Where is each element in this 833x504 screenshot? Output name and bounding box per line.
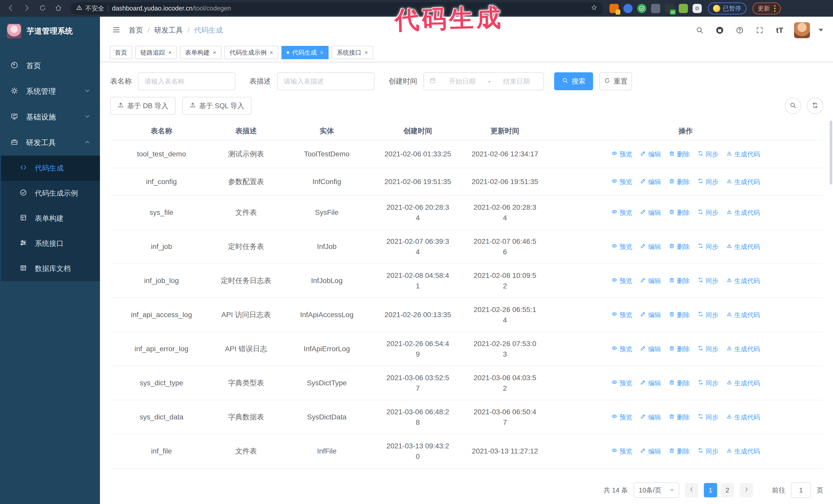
sidebar-subitem-数据库文档[interactable]: 数据库文档 bbox=[1, 256, 100, 281]
page-button-1[interactable]: 1 bbox=[704, 483, 717, 497]
github-icon[interactable] bbox=[714, 25, 725, 36]
action-同步[interactable]: 同步 bbox=[697, 412, 718, 422]
help-icon[interactable] bbox=[734, 25, 745, 36]
extension-dark-on[interactable]: on bbox=[665, 4, 674, 13]
action-编辑[interactable]: 编辑 bbox=[640, 276, 661, 285]
action-编辑[interactable]: 编辑 bbox=[640, 149, 661, 159]
action-生成代码[interactable]: 生成代码 bbox=[726, 344, 760, 354]
close-icon[interactable]: × bbox=[364, 49, 368, 56]
extension-blue-gem[interactable] bbox=[623, 4, 633, 13]
action-生成代码[interactable]: 生成代码 bbox=[726, 276, 760, 285]
fullscreen-icon[interactable] bbox=[754, 25, 765, 36]
table-desc-input[interactable] bbox=[277, 72, 375, 90]
action-生成代码[interactable]: 生成代码 bbox=[726, 412, 760, 422]
tab-系统接口[interactable]: 系统接口× bbox=[332, 46, 373, 59]
action-同步[interactable]: 同步 bbox=[697, 310, 718, 319]
sidebar-subitem-代码生成[interactable]: 代码生成 bbox=[1, 155, 100, 181]
action-编辑[interactable]: 编辑 bbox=[640, 208, 661, 217]
sidebar-subitem-代码生成示例[interactable]: 代码生成示例 bbox=[1, 181, 100, 206]
reset-button[interactable]: 重置 bbox=[599, 72, 632, 90]
sidebar-logo-row[interactable]: 芋道管理系统 bbox=[0, 17, 100, 45]
action-预览[interactable]: 预览 bbox=[611, 177, 632, 186]
action-生成代码[interactable]: 生成代码 bbox=[726, 149, 760, 159]
chevron-down-icon[interactable] bbox=[819, 29, 823, 31]
action-编辑[interactable]: 编辑 bbox=[640, 310, 661, 319]
toggle-search-button[interactable] bbox=[785, 98, 801, 114]
search-icon[interactable] bbox=[694, 25, 705, 36]
close-icon[interactable]: × bbox=[270, 49, 273, 56]
action-同步[interactable]: 同步 bbox=[697, 344, 718, 354]
import-sql-button[interactable]: 基于 SQL 导入 bbox=[182, 97, 252, 115]
action-删除[interactable]: 删除 bbox=[669, 149, 690, 159]
search-button[interactable]: 搜索 bbox=[554, 72, 593, 90]
browser-reload-button[interactable] bbox=[36, 2, 49, 15]
tab-首页[interactable]: 首页 bbox=[110, 46, 132, 59]
action-同步[interactable]: 同步 bbox=[697, 177, 718, 186]
action-预览[interactable]: 预览 bbox=[611, 276, 632, 285]
tab-链路追踪[interactable]: 链路追踪× bbox=[135, 46, 177, 59]
action-删除[interactable]: 删除 bbox=[669, 242, 690, 251]
browser-back-button[interactable] bbox=[4, 2, 18, 15]
page-size-select[interactable]: 10条/页 bbox=[634, 482, 679, 498]
sidebar-item-基础设施[interactable]: 基础设施 bbox=[0, 104, 100, 130]
action-同步[interactable]: 同步 bbox=[697, 378, 718, 388]
page-button-2[interactable]: 2 bbox=[721, 483, 734, 497]
action-生成代码[interactable]: 生成代码 bbox=[726, 310, 760, 319]
import-db-button[interactable]: 基于 DB 导入 bbox=[110, 97, 175, 115]
refresh-table-button[interactable] bbox=[807, 98, 823, 114]
font-size-icon[interactable]: tT bbox=[774, 25, 785, 36]
close-icon[interactable]: × bbox=[168, 49, 172, 56]
action-删除[interactable]: 删除 bbox=[669, 447, 690, 456]
action-编辑[interactable]: 编辑 bbox=[640, 242, 661, 251]
next-page-button[interactable] bbox=[740, 483, 753, 497]
action-生成代码[interactable]: 生成代码 bbox=[726, 447, 760, 456]
breadcrumb-item[interactable]: 研发工具 bbox=[154, 25, 183, 35]
action-预览[interactable]: 预览 bbox=[611, 149, 632, 159]
security-chip[interactable]: 不安全 bbox=[76, 4, 104, 13]
extension-orange[interactable] bbox=[610, 4, 619, 13]
action-编辑[interactable]: 编辑 bbox=[640, 177, 661, 186]
action-同步[interactable]: 同步 bbox=[697, 276, 718, 285]
action-删除[interactable]: 删除 bbox=[669, 310, 690, 319]
action-删除[interactable]: 删除 bbox=[669, 177, 690, 186]
browser-home-button[interactable] bbox=[52, 2, 65, 15]
sidebar-subitem-系统接口[interactable]: 系统接口 bbox=[1, 231, 100, 256]
action-生成代码[interactable]: 生成代码 bbox=[726, 208, 760, 217]
action-预览[interactable]: 预览 bbox=[611, 310, 632, 319]
goto-page-input[interactable] bbox=[791, 482, 811, 498]
extension-green-bot[interactable] bbox=[679, 4, 688, 13]
action-编辑[interactable]: 编辑 bbox=[640, 447, 661, 456]
scrollbar-thumb[interactable] bbox=[830, 120, 832, 185]
table-name-input[interactable] bbox=[138, 72, 235, 90]
kebab-menu-icon[interactable] bbox=[774, 5, 776, 12]
action-删除[interactable]: 删除 bbox=[669, 208, 690, 217]
sidebar-item-系统管理[interactable]: 系统管理 bbox=[0, 79, 100, 104]
sidebar-subitem-表单构建[interactable]: 表单构建 bbox=[1, 206, 100, 231]
action-删除[interactable]: 删除 bbox=[669, 276, 690, 285]
collapse-sidebar-button[interactable] bbox=[110, 24, 123, 37]
address-bar[interactable]: 不安全 dashboard.yudao.iocoder.cn/tool/code… bbox=[70, 2, 603, 15]
action-生成代码[interactable]: 生成代码 bbox=[726, 378, 760, 388]
bookmark-star-icon[interactable] bbox=[591, 4, 598, 13]
action-预览[interactable]: 预览 bbox=[611, 447, 632, 456]
prev-page-button[interactable] bbox=[685, 483, 698, 497]
action-预览[interactable]: 预览 bbox=[611, 242, 632, 251]
action-预览[interactable]: 预览 bbox=[611, 344, 632, 354]
user-avatar[interactable] bbox=[794, 22, 810, 38]
action-同步[interactable]: 同步 bbox=[697, 208, 718, 217]
tab-代码生成示例[interactable]: 代码生成示例× bbox=[224, 46, 278, 59]
action-同步[interactable]: 同步 bbox=[697, 447, 718, 456]
action-删除[interactable]: 删除 bbox=[669, 344, 690, 354]
tab-表单构建[interactable]: 表单构建× bbox=[180, 46, 221, 59]
date-range-picker[interactable]: 开始日期 - 结束日期 bbox=[423, 72, 544, 90]
browser-update-button[interactable]: 更新 bbox=[753, 3, 781, 14]
tab-代码生成[interactable]: 代码生成× bbox=[281, 46, 329, 59]
paused-extension-button[interactable]: 已暂停 bbox=[708, 3, 746, 14]
sidebar-item-研发工具[interactable]: 研发工具 bbox=[0, 130, 100, 155]
action-生成代码[interactable]: 生成代码 bbox=[726, 242, 760, 251]
breadcrumb-item[interactable]: 首页 bbox=[129, 25, 143, 35]
action-删除[interactable]: 删除 bbox=[669, 378, 690, 388]
action-删除[interactable]: 删除 bbox=[669, 412, 690, 422]
close-icon[interactable]: × bbox=[213, 49, 216, 56]
close-icon[interactable]: × bbox=[320, 49, 324, 56]
